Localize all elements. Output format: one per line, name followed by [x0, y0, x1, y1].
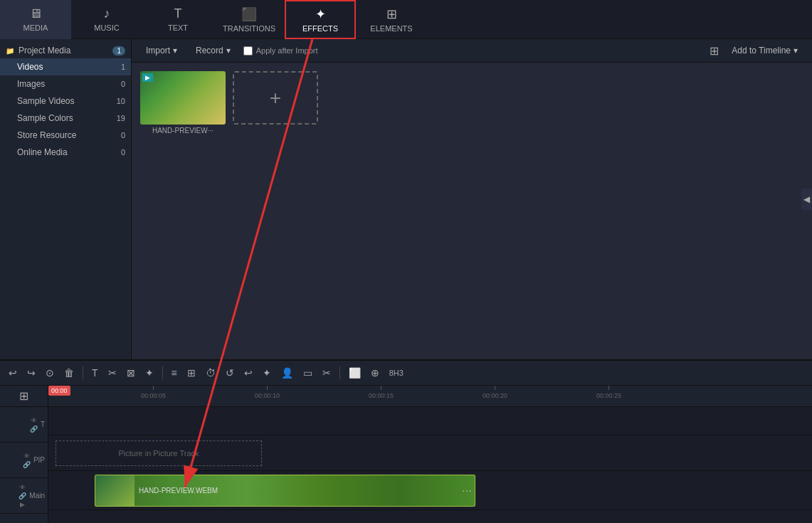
- record-chevron-icon: ▾: [226, 46, 231, 56]
- add-timeline-chevron-icon: ▾: [793, 46, 798, 56]
- record-button[interactable]: Record ▾: [190, 43, 236, 58]
- list-button[interactable]: ≡: [169, 366, 180, 380]
- undo-button[interactable]: ↩: [6, 366, 20, 380]
- transitions-icon: ⬛: [241, 6, 257, 22]
- sidebar-item-sample-videos-label: Sample Videos: [17, 96, 75, 106]
- nav-transitions[interactable]: ⬛ TRANSITIONS: [213, 0, 285, 39]
- sidebar-item-sample-videos-badge: 10: [117, 97, 125, 105]
- import-button[interactable]: Import ▾: [140, 43, 183, 58]
- media-thumb-hand-preview[interactable]: ▶ HAND-PREVIEW···: [140, 71, 226, 134]
- grid-button[interactable]: ⊞: [184, 366, 199, 380]
- sidebar-item-videos[interactable]: Videos 1: [0, 58, 131, 75]
- separator-1: [83, 366, 83, 379]
- scissors-button[interactable]: ✂: [320, 366, 334, 380]
- sidebar-item-online-media-label: Online Media: [17, 147, 68, 157]
- video-badge: ▶: [142, 73, 153, 82]
- clip-thumbnail: [95, 475, 135, 506]
- star-button[interactable]: ✦: [260, 366, 274, 380]
- pip-placeholder-label: Picture in Picture Track: [118, 449, 199, 458]
- sidebar-item-online-media[interactable]: Online Media 0: [0, 144, 131, 161]
- tick-line-2: [267, 386, 268, 390]
- left-track-icons-main: 👁 🔗 ▶: [19, 484, 26, 508]
- sidebar-item-images[interactable]: Images 0: [0, 75, 131, 93]
- sidebar-item-store-resource[interactable]: Store Resource 0: [0, 127, 131, 144]
- elements-icon: ⊞: [386, 6, 397, 22]
- eye-icon-main[interactable]: 👁: [19, 484, 26, 491]
- nav-text[interactable]: T TEXT: [142, 0, 213, 39]
- ratio-label: 8H3: [386, 367, 406, 379]
- left-track-icons-text: 👁 🔗: [30, 417, 38, 433]
- lock-icon-pip[interactable]: 🔗: [23, 461, 31, 468]
- person-button[interactable]: 👤: [278, 366, 296, 380]
- text-track: [48, 407, 812, 435]
- nav-transitions-label: TRANSITIONS: [223, 24, 275, 33]
- sidebar-group-project-media[interactable]: 📁 Project Media 1: [0, 43, 131, 58]
- timeline-area: ↩ ↪ ⊙ 🗑 T ✂ ⊠ ✦ ≡ ⊞ ⏱ ↺ ↩ ✦ 👤 ▭ ✂ ⬜ ⊕ 8H…: [0, 359, 812, 523]
- tick-line-3: [381, 386, 381, 390]
- apply-checkbox-input[interactable]: [243, 46, 253, 56]
- sidebar: 📁 Project Media 1 Videos 1 Images 0 Samp…: [0, 39, 132, 359]
- folder-icon: 📁: [6, 47, 14, 55]
- eye-icon-text[interactable]: 👁: [31, 417, 37, 424]
- eye-icon-pip[interactable]: 👁: [23, 453, 30, 460]
- content-toolbar: Import ▾ Record ▾ Apply after Import ⊞ A…: [132, 39, 812, 63]
- reverse-button[interactable]: ↩: [241, 366, 255, 380]
- clip-options-button[interactable]: ⋯: [462, 485, 472, 497]
- nav-effects-label: EFFECTS: [302, 24, 338, 33]
- text-tool-button[interactable]: T: [89, 366, 101, 380]
- add-media-box[interactable]: +: [233, 71, 318, 134]
- sidebar-group-badge: 1: [112, 46, 125, 56]
- add-track-button[interactable]: ⊞: [0, 386, 48, 407]
- frame-button[interactable]: ⬜: [346, 366, 364, 380]
- main-clip[interactable]: HAND-PREVIEW.WEBM ⋯: [95, 475, 475, 507]
- lock-icon-text[interactable]: 🔗: [30, 426, 38, 433]
- nav-media[interactable]: 🖥 MEDIA: [0, 0, 71, 39]
- pip-dashed-box: Picture in Picture Track: [56, 440, 262, 466]
- add-to-timeline-label: Add to Timeline: [732, 46, 791, 56]
- nav-elements[interactable]: ⊞ ELEMENTS: [356, 0, 427, 39]
- play-icon-main[interactable]: ▶: [20, 501, 25, 508]
- ruler-label-4: 00:00:20: [483, 392, 507, 399]
- cut-button[interactable]: ✂: [105, 366, 120, 380]
- sidebar-item-sample-colors[interactable]: Sample Colors 19: [0, 110, 131, 127]
- left-track-icons-pip: 👁 🔗: [23, 453, 31, 468]
- rotate-button[interactable]: ↺: [223, 366, 237, 380]
- add-plus-icon: +: [270, 87, 281, 110]
- ruler-tick-3: 00:00:15: [369, 386, 394, 399]
- top-nav: 🖥 MEDIA ♪ MUSIC T TEXT ⬛ TRANSITIONS ✦ E…: [0, 0, 812, 39]
- nav-media-label: MEDIA: [23, 23, 48, 32]
- sidebar-group-label: Project Media: [19, 46, 70, 56]
- grid-view-button[interactable]: ⊞: [710, 44, 719, 58]
- redo-button[interactable]: ↪: [24, 366, 38, 380]
- sidebar-collapse-button[interactable]: ◀: [801, 189, 812, 210]
- sidebar-item-store-resource-label: Store Resource: [17, 130, 76, 140]
- music-icon: ♪: [104, 6, 110, 21]
- sidebar-item-sample-videos[interactable]: Sample Videos 10: [0, 93, 131, 110]
- apply-after-import[interactable]: Apply after Import: [243, 46, 318, 56]
- effects-icon: ✦: [315, 6, 326, 22]
- clip-label: HAND-PREVIEW.WEBM: [135, 487, 218, 495]
- timeline-toolbar: ↩ ↪ ⊙ 🗑 T ✂ ⊠ ✦ ≡ ⊞ ⏱ ↺ ↩ ✦ 👤 ▭ ✂ ⬜ ⊕ 8H…: [0, 361, 812, 386]
- import-chevron-icon: ▾: [173, 46, 177, 56]
- nav-elements-label: ELEMENTS: [370, 24, 412, 33]
- zoom-button[interactable]: ⊕: [368, 366, 382, 380]
- add-to-timeline-button[interactable]: Add to Timeline ▾: [726, 43, 803, 58]
- timer-button[interactable]: ⏱: [203, 366, 218, 380]
- delete-button[interactable]: 🗑: [61, 366, 77, 380]
- ruler-tick-5: 00:00:25: [596, 386, 621, 399]
- lock-icon-main[interactable]: 🔗: [19, 492, 26, 500]
- pip-track-label: 👁 🔗 PIP: [0, 443, 48, 478]
- nav-music[interactable]: ♪ MUSIC: [71, 0, 142, 39]
- effects-tool-button[interactable]: ✦: [142, 366, 157, 380]
- media-thumb-label: HAND-PREVIEW···: [140, 127, 226, 134]
- snapshot-button[interactable]: ⊙: [43, 366, 57, 380]
- crop-button[interactable]: ▭: [300, 366, 315, 380]
- split-button[interactable]: ⊠: [124, 366, 138, 380]
- add-media-plus[interactable]: +: [233, 71, 318, 125]
- media-grid: ▶ HAND-PREVIEW··· +: [132, 63, 812, 359]
- sidebar-item-sample-colors-badge: 19: [117, 114, 125, 122]
- ruler-tick-1: 00:00:05: [141, 386, 166, 399]
- apply-checkbox-label: Apply after Import: [256, 46, 318, 55]
- nav-effects[interactable]: ✦ EFFECTS: [285, 0, 356, 39]
- sidebar-item-videos-badge: 1: [121, 63, 125, 71]
